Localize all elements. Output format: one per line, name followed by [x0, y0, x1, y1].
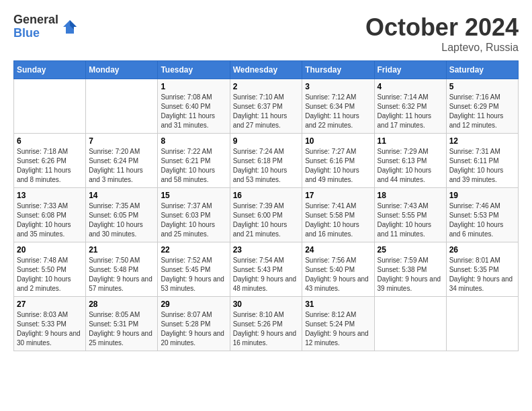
calendar-cell: 8Sunrise: 7:22 AMSunset: 6:21 PMDaylight…: [158, 134, 230, 188]
calendar-cell: 23Sunrise: 7:54 AMSunset: 5:43 PMDayligh…: [230, 242, 302, 297]
calendar-cell: 21Sunrise: 7:50 AMSunset: 5:48 PMDayligh…: [86, 242, 158, 297]
day-of-week-header: Saturday: [446, 61, 518, 79]
day-info: Sunrise: 8:07 AMSunset: 5:28 PMDaylight:…: [161, 310, 226, 348]
day-number: 28: [89, 300, 154, 309]
day-info: Sunrise: 8:03 AMSunset: 5:33 PMDaylight:…: [17, 310, 83, 348]
logo: General Blue: [13, 13, 79, 40]
day-number: 12: [449, 136, 515, 146]
day-number: 25: [378, 245, 443, 255]
calendar-cell: 29Sunrise: 8:07 AMSunset: 5:28 PMDayligh…: [158, 297, 230, 351]
location-title: Laptevo, Russia: [365, 42, 519, 54]
calendar-cell: 5Sunrise: 7:16 AMSunset: 6:29 PMDaylight…: [446, 79, 518, 134]
calendar-week-row: 13Sunrise: 7:33 AMSunset: 6:08 PMDayligh…: [14, 188, 519, 242]
calendar-week-row: 20Sunrise: 7:48 AMSunset: 5:50 PMDayligh…: [14, 242, 519, 297]
day-number: 22: [161, 245, 226, 255]
day-number: 13: [17, 191, 83, 200]
day-number: 27: [17, 300, 83, 309]
day-number: 21: [89, 245, 154, 255]
day-number: 3: [305, 82, 371, 91]
day-info: Sunrise: 7:18 AMSunset: 6:26 PMDaylight:…: [17, 147, 83, 185]
day-info: Sunrise: 7:35 AMSunset: 6:05 PMDaylight:…: [89, 201, 154, 239]
calendar-cell: 20Sunrise: 7:48 AMSunset: 5:50 PMDayligh…: [14, 242, 86, 297]
calendar-cell: 17Sunrise: 7:41 AMSunset: 5:58 PMDayligh…: [302, 188, 374, 242]
day-info: Sunrise: 7:27 AMSunset: 6:16 PMDaylight:…: [305, 147, 371, 185]
calendar-header-row: SundayMondayTuesdayWednesdayThursdayFrid…: [14, 61, 519, 79]
day-info: Sunrise: 7:54 AMSunset: 5:43 PMDaylight:…: [233, 256, 300, 293]
day-info: Sunrise: 7:20 AMSunset: 6:24 PMDaylight:…: [89, 147, 154, 185]
day-number: 20: [17, 245, 83, 255]
day-info: Sunrise: 7:43 AMSunset: 5:55 PMDaylight:…: [378, 201, 443, 239]
day-number: 23: [233, 245, 300, 255]
day-info: Sunrise: 8:10 AMSunset: 5:26 PMDaylight:…: [233, 310, 300, 348]
day-of-week-header: Wednesday: [230, 61, 302, 79]
day-info: Sunrise: 7:12 AMSunset: 6:34 PMDaylight:…: [305, 93, 371, 130]
day-info: Sunrise: 8:05 AMSunset: 5:31 PMDaylight:…: [89, 310, 154, 348]
day-info: Sunrise: 8:01 AMSunset: 5:35 PMDaylight:…: [449, 256, 515, 293]
calendar-cell: 15Sunrise: 7:37 AMSunset: 6:03 PMDayligh…: [158, 188, 230, 242]
day-of-week-header: Monday: [86, 61, 158, 79]
day-info: Sunrise: 7:39 AMSunset: 6:00 PMDaylight:…: [233, 201, 300, 239]
day-number: 29: [161, 300, 226, 309]
calendar-cell: 13Sunrise: 7:33 AMSunset: 6:08 PMDayligh…: [14, 188, 86, 242]
day-number: 6: [17, 136, 83, 146]
day-number: 24: [305, 245, 371, 255]
day-number: 19: [449, 191, 515, 200]
calendar-cell: 14Sunrise: 7:35 AMSunset: 6:05 PMDayligh…: [86, 188, 158, 242]
calendar-cell: [86, 79, 158, 134]
calendar-cell: 3Sunrise: 7:12 AMSunset: 6:34 PMDaylight…: [302, 79, 374, 134]
day-of-week-header: Friday: [374, 61, 446, 79]
day-info: Sunrise: 7:24 AMSunset: 6:18 PMDaylight:…: [233, 147, 300, 185]
day-number: 2: [233, 82, 300, 91]
calendar-cell: 28Sunrise: 8:05 AMSunset: 5:31 PMDayligh…: [86, 297, 158, 351]
calendar-cell: 2Sunrise: 7:10 AMSunset: 6:37 PMDaylight…: [230, 79, 302, 134]
calendar-cell: 18Sunrise: 7:43 AMSunset: 5:55 PMDayligh…: [374, 188, 446, 242]
logo-icon: [60, 17, 79, 36]
day-number: 9: [233, 136, 300, 146]
calendar-cell: 11Sunrise: 7:29 AMSunset: 6:13 PMDayligh…: [374, 134, 446, 188]
day-of-week-header: Thursday: [302, 61, 374, 79]
calendar-cell: 6Sunrise: 7:18 AMSunset: 6:26 PMDaylight…: [14, 134, 86, 188]
calendar-cell: 26Sunrise: 8:01 AMSunset: 5:35 PMDayligh…: [446, 242, 518, 297]
day-number: 15: [161, 191, 226, 200]
calendar-cell: [14, 79, 86, 134]
calendar-cell: 7Sunrise: 7:20 AMSunset: 6:24 PMDaylight…: [86, 134, 158, 188]
day-number: 10: [305, 136, 371, 146]
calendar-cell: 27Sunrise: 8:03 AMSunset: 5:33 PMDayligh…: [14, 297, 86, 351]
calendar-cell: 19Sunrise: 7:46 AMSunset: 5:53 PMDayligh…: [446, 188, 518, 242]
day-number: 8: [161, 136, 226, 146]
day-number: 18: [378, 191, 443, 200]
day-number: 17: [305, 191, 371, 200]
calendar-cell: 1Sunrise: 7:08 AMSunset: 6:40 PMDaylight…: [158, 79, 230, 134]
calendar-cell: [374, 297, 446, 351]
day-info: Sunrise: 7:46 AMSunset: 5:53 PMDaylight:…: [449, 201, 515, 239]
calendar-table: SundayMondayTuesdayWednesdayThursdayFrid…: [13, 60, 519, 351]
calendar-week-row: 27Sunrise: 8:03 AMSunset: 5:33 PMDayligh…: [14, 297, 519, 351]
calendar-week-row: 1Sunrise: 7:08 AMSunset: 6:40 PMDaylight…: [14, 79, 519, 134]
day-number: 31: [305, 300, 371, 309]
day-number: 30: [233, 300, 300, 309]
day-info: Sunrise: 7:56 AMSunset: 5:40 PMDaylight:…: [305, 256, 371, 293]
day-of-week-header: Tuesday: [158, 61, 230, 79]
calendar-cell: 22Sunrise: 7:52 AMSunset: 5:45 PMDayligh…: [158, 242, 230, 297]
day-number: 4: [378, 82, 443, 91]
calendar-week-row: 6Sunrise: 7:18 AMSunset: 6:26 PMDaylight…: [14, 134, 519, 188]
day-number: 11: [378, 136, 443, 146]
day-info: Sunrise: 7:16 AMSunset: 6:29 PMDaylight:…: [449, 93, 515, 130]
day-info: Sunrise: 7:59 AMSunset: 5:38 PMDaylight:…: [378, 256, 443, 293]
day-info: Sunrise: 7:29 AMSunset: 6:13 PMDaylight:…: [378, 147, 443, 185]
day-info: Sunrise: 7:41 AMSunset: 5:58 PMDaylight:…: [305, 201, 371, 239]
day-info: Sunrise: 7:50 AMSunset: 5:48 PMDaylight:…: [89, 256, 154, 293]
day-number: 16: [233, 191, 300, 200]
day-of-week-header: Sunday: [14, 61, 86, 79]
logo-blue: Blue: [13, 27, 58, 40]
calendar-cell: 4Sunrise: 7:14 AMSunset: 6:32 PMDaylight…: [374, 79, 446, 134]
day-number: 14: [89, 191, 154, 200]
day-info: Sunrise: 7:33 AMSunset: 6:08 PMDaylight:…: [17, 201, 83, 239]
page-header: General Blue October 2024 Laptevo, Russi…: [13, 13, 519, 54]
day-number: 26: [449, 245, 515, 255]
day-number: 5: [449, 82, 515, 91]
calendar-cell: 16Sunrise: 7:39 AMSunset: 6:00 PMDayligh…: [230, 188, 302, 242]
logo-general: General: [13, 13, 58, 27]
calendar-cell: 31Sunrise: 8:12 AMSunset: 5:24 PMDayligh…: [302, 297, 374, 351]
day-info: Sunrise: 7:52 AMSunset: 5:45 PMDaylight:…: [161, 256, 226, 293]
